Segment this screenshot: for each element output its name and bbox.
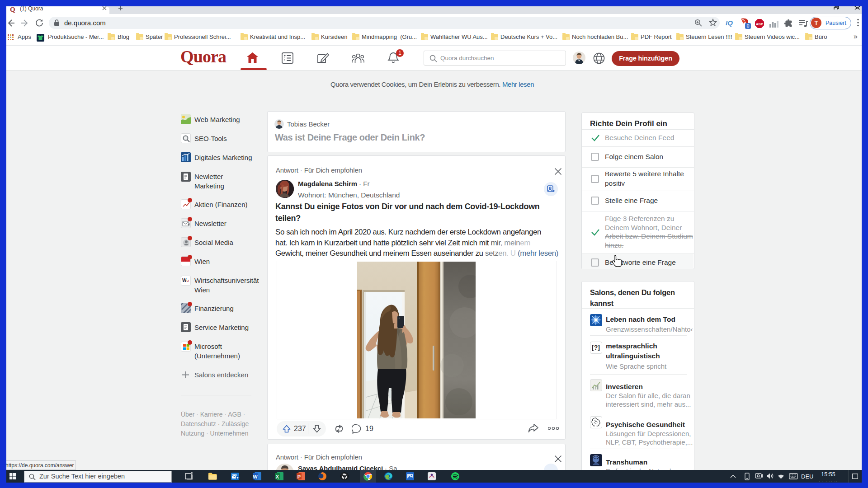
- svg-text:ABP: ABP: [756, 22, 763, 26]
- svg-text:P: P: [297, 474, 301, 479]
- svg-text:X: X: [276, 474, 279, 479]
- svg-text:W: W: [253, 474, 258, 479]
